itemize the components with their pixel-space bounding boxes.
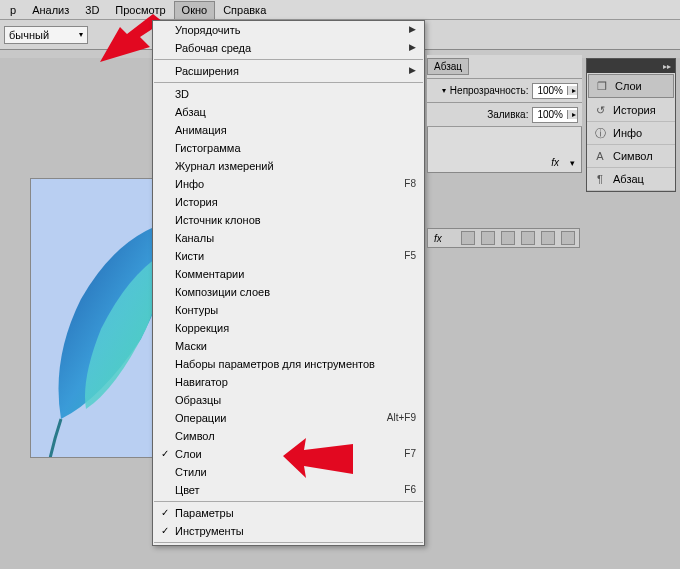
- panel-tabs-row: Абзац: [427, 55, 582, 79]
- layers-icon: ❐: [595, 79, 609, 93]
- menu-clone-source[interactable]: Источник клонов: [153, 211, 424, 229]
- chevron-down-icon[interactable]: ▾: [570, 158, 575, 168]
- menu-separator: [154, 542, 423, 543]
- link-icon[interactable]: [461, 231, 475, 245]
- menu-swatches[interactable]: Образцы: [153, 391, 424, 409]
- menu-measurement-log[interactable]: Журнал измерений: [153, 157, 424, 175]
- opacity-label: Непрозрачность:: [450, 85, 529, 96]
- history-icon: ↺: [593, 103, 607, 117]
- dock-item-history[interactable]: ↺ История: [587, 99, 675, 122]
- menu-info[interactable]: ИнфоF8: [153, 175, 424, 193]
- submenu-arrow-icon: ▶: [409, 65, 416, 77]
- menu-history[interactable]: История: [153, 193, 424, 211]
- menu-item-window[interactable]: Окно: [174, 1, 216, 19]
- collapsed-panel-dock: ▸▸ ❐ Слои ↺ История ⓘ Инфо A Символ ¶ Аб…: [586, 58, 676, 192]
- chevron-down-icon[interactable]: ▾: [442, 86, 446, 95]
- menu-item-filter-partial[interactable]: р: [2, 1, 24, 19]
- menu-separator: [154, 82, 423, 83]
- screen-mode-value: бычный: [9, 29, 49, 41]
- new-layer-icon[interactable]: [541, 231, 555, 245]
- fx-badge: fx: [551, 157, 559, 168]
- menu-tools[interactable]: Инструменты: [153, 522, 424, 540]
- menu-actions[interactable]: ОперацииAlt+F9: [153, 409, 424, 427]
- dock-item-character[interactable]: A Символ: [587, 145, 675, 168]
- menu-animation[interactable]: Анимация: [153, 121, 424, 139]
- menu-separator: [154, 501, 423, 502]
- dock-item-label: Инфо: [613, 127, 642, 139]
- info-icon: ⓘ: [593, 126, 607, 140]
- layers-panel-footer: fx: [427, 228, 580, 248]
- menu-histogram[interactable]: Гистограмма: [153, 139, 424, 157]
- fill-spinner[interactable]: 100% ▸: [532, 107, 578, 123]
- menu-separator: [154, 59, 423, 60]
- menu-item-help[interactable]: Справка: [215, 1, 274, 19]
- submenu-arrow-icon: ▶: [409, 24, 416, 36]
- dock-item-label: Слои: [615, 80, 642, 92]
- collapse-arrows-icon: ▸▸: [663, 62, 671, 71]
- dock-item-layers[interactable]: ❐ Слои: [588, 74, 674, 98]
- panels-dock-right: Абзац ▾ Непрозрачность: 100% ▸ Заливка: …: [427, 55, 582, 173]
- menu-color[interactable]: ЦветF6: [153, 481, 424, 499]
- fill-value: 100%: [533, 109, 567, 120]
- adjustment-icon[interactable]: [501, 231, 515, 245]
- window-dropdown-menu: Упорядочить▶ Рабочая среда▶ Расширения▶ …: [152, 20, 425, 546]
- menu-adjustments[interactable]: Коррекция: [153, 319, 424, 337]
- dock-item-label: Абзац: [613, 173, 644, 185]
- app-root: р Анализ 3D Просмотр Окно Справка бычный…: [0, 0, 680, 569]
- spinner-arrow-icon[interactable]: ▸: [567, 86, 577, 95]
- menu-channels[interactable]: Каналы: [153, 229, 424, 247]
- spinner-arrow-icon[interactable]: ▸: [567, 110, 577, 119]
- dock-item-label: История: [613, 104, 656, 116]
- menu-notes[interactable]: Комментарии: [153, 265, 424, 283]
- dock-item-info[interactable]: ⓘ Инфо: [587, 122, 675, 145]
- dock-item-label: Символ: [613, 150, 653, 162]
- menu-item-3d[interactable]: 3D: [77, 1, 107, 19]
- mask-icon[interactable]: [481, 231, 495, 245]
- menu-options[interactable]: Параметры: [153, 504, 424, 522]
- menu-layer-comps[interactable]: Композиции слоев: [153, 283, 424, 301]
- menu-character[interactable]: Символ: [153, 427, 424, 445]
- fill-label: Заливка:: [487, 109, 528, 120]
- menu-brushes[interactable]: КистиF5: [153, 247, 424, 265]
- menu-extensions[interactable]: Расширения▶: [153, 62, 424, 80]
- character-icon: A: [593, 149, 607, 163]
- menu-styles[interactable]: Стили: [153, 463, 424, 481]
- dock-item-paragraph[interactable]: ¶ Абзац: [587, 168, 675, 191]
- menu-masks[interactable]: Маски: [153, 337, 424, 355]
- menu-paragraph[interactable]: Абзац: [153, 103, 424, 121]
- paragraph-icon: ¶: [593, 172, 607, 186]
- menu-paths[interactable]: Контуры: [153, 301, 424, 319]
- menu-layers[interactable]: СлоиF7: [153, 445, 424, 463]
- opacity-value: 100%: [533, 85, 567, 96]
- options-screen-mode-field[interactable]: бычный ▾: [4, 26, 88, 44]
- opacity-row: ▾ Непрозрачность: 100% ▸: [427, 79, 582, 103]
- menubar: р Анализ 3D Просмотр Окно Справка: [0, 0, 680, 20]
- tab-paragraph[interactable]: Абзац: [427, 58, 469, 75]
- submenu-arrow-icon: ▶: [409, 42, 416, 54]
- menu-tool-presets[interactable]: Наборы параметров для инструментов: [153, 355, 424, 373]
- chevron-down-icon: ▾: [79, 30, 83, 39]
- layers-list-area[interactable]: fx ▾: [427, 127, 582, 173]
- opacity-spinner[interactable]: 100% ▸: [532, 83, 578, 99]
- menu-3d[interactable]: 3D: [153, 85, 424, 103]
- dock-header[interactable]: ▸▸: [587, 59, 675, 73]
- menu-arrange[interactable]: Упорядочить▶: [153, 21, 424, 39]
- fill-row: Заливка: 100% ▸: [427, 103, 582, 127]
- menu-workspace[interactable]: Рабочая среда▶: [153, 39, 424, 57]
- menu-navigator[interactable]: Навигатор: [153, 373, 424, 391]
- fx-icon[interactable]: fx: [434, 233, 442, 244]
- menu-item-view[interactable]: Просмотр: [107, 1, 173, 19]
- folder-icon[interactable]: [521, 231, 535, 245]
- menu-item-analysis[interactable]: Анализ: [24, 1, 77, 19]
- trash-icon[interactable]: [561, 231, 575, 245]
